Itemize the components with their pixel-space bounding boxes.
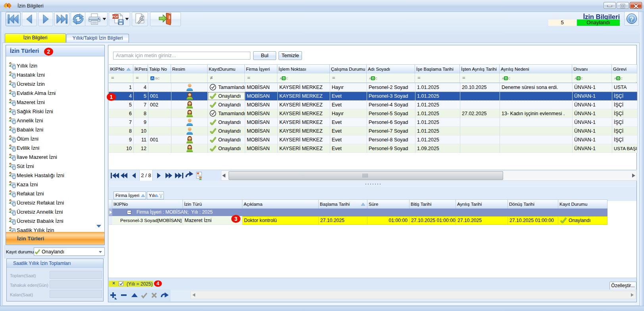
- svg-text:?: ?: [629, 15, 633, 23]
- svg-text:PDF: PDF: [112, 15, 119, 19]
